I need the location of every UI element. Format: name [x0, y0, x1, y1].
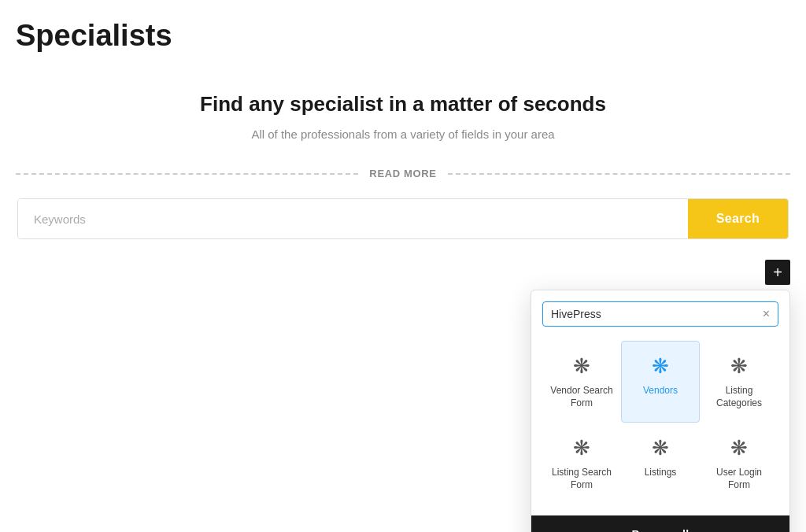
block-item-listing-categories[interactable]: ❋Listing Categories — [700, 341, 778, 423]
block-icon-listing-categories: ❋ — [730, 354, 748, 379]
block-picker-search-input[interactable] — [551, 308, 763, 320]
clear-search-icon[interactable]: × — [763, 307, 770, 321]
hero-subtext: All of the professionals from a variety … — [16, 127, 790, 141]
block-item-vendors[interactable]: ❋Vendors — [621, 341, 700, 423]
search-bar: Search — [17, 198, 789, 239]
hero-section: Find any specialist in a matter of secon… — [16, 76, 790, 168]
hero-heading: Find any specialist in a matter of secon… — [16, 92, 790, 116]
block-label-listing-search-form: Listing Search Form — [549, 467, 614, 491]
page-title: Specialists — [16, 19, 790, 53]
block-item-listing-search-form[interactable]: ❋Listing Search Form — [542, 423, 621, 504]
block-item-user-login-form[interactable]: ❋User Login Form — [700, 423, 778, 504]
block-icon-vendor-search-form: ❋ — [573, 354, 590, 379]
block-label-user-login-form: User Login Form — [707, 467, 771, 491]
block-item-vendor-search-form[interactable]: ❋Vendor Search Form — [542, 341, 621, 423]
block-picker-search-container: × — [542, 301, 778, 327]
browse-all-button[interactable]: Browse all — [531, 515, 789, 532]
block-grid: ❋Vendor Search Form❋Vendors❋Listing Cate… — [531, 333, 789, 515]
block-label-listing-categories: Listing Categories — [707, 385, 771, 409]
search-button[interactable]: Search — [688, 199, 788, 238]
block-icon-vendors: ❋ — [652, 354, 669, 379]
page-container: Specialists Find any specialist in a mat… — [0, 0, 806, 282]
block-picker: × ❋Vendor Search Form❋Vendors❋Listing Ca… — [531, 290, 790, 532]
block-label-vendors: Vendors — [643, 385, 678, 397]
block-icon-user-login-form: ❋ — [730, 436, 748, 460]
read-more-label: READ MORE — [358, 168, 447, 179]
block-label-vendor-search-form: Vendor Search Form — [549, 385, 614, 409]
block-item-listings[interactable]: ❋Listings — [621, 423, 700, 504]
add-block-button[interactable]: + — [765, 260, 790, 285]
search-input[interactable] — [18, 199, 688, 238]
block-label-listings: Listings — [645, 467, 677, 479]
block-icon-listing-search-form: ❋ — [573, 436, 590, 460]
block-icon-listings: ❋ — [652, 436, 669, 460]
read-more-divider: READ MORE — [16, 168, 790, 179]
